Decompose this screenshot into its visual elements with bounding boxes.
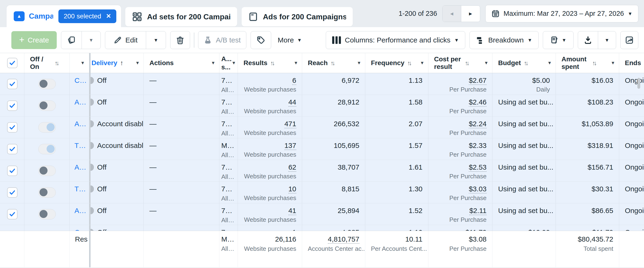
tag-button[interactable] [250, 31, 271, 49]
footer-ends-cell [619, 231, 644, 267]
chevron-down-icon: ▼ [135, 60, 140, 66]
cost-value[interactable]: $2.33 [469, 141, 486, 149]
frequency-value: 1.52 [409, 207, 422, 214]
prev-page-button[interactable]: ◂ [442, 6, 461, 22]
header-delivery[interactable]: Delivery ↑ ▼ [90, 53, 144, 73]
campaign-name-link[interactable]: A… [74, 207, 86, 214]
cost-value[interactable]: $2.46 [469, 98, 486, 107]
charts-button[interactable] [620, 31, 638, 49]
row-checkbox[interactable] [7, 209, 18, 219]
cost-value[interactable]: $2.24 [469, 120, 486, 128]
row-checkbox[interactable] [7, 187, 18, 198]
row-toggle-cell [24, 225, 70, 231]
header-off-on[interactable]: Off / On ↑↓ [24, 53, 70, 73]
cost-value[interactable]: $2.53 [469, 163, 486, 172]
row-toggle-cell [24, 95, 70, 116]
export-button[interactable] [578, 31, 598, 49]
delivery-cell: Off [90, 225, 144, 231]
campaign-name-link[interactable]: A… [74, 98, 86, 106]
campaign-name-link[interactable]: A… [74, 163, 86, 171]
results-value[interactable]: 1 [292, 228, 296, 231]
cost-value[interactable]: $2.67 [469, 76, 486, 85]
campaign-toggle[interactable] [38, 122, 56, 133]
clear-selection-icon[interactable]: ✕ [106, 12, 111, 20]
campaign-name-link[interactable]: A… [74, 120, 86, 128]
row-checkbox[interactable] [7, 79, 18, 89]
results-value[interactable]: 10 [288, 185, 296, 193]
table-row: A… Off — 7… All… 62 Website purchases 38… [0, 160, 644, 182]
cost-value[interactable]: $3.03 [469, 185, 486, 193]
create-button[interactable]: + Create [11, 31, 57, 49]
tab-ads[interactable]: Ads for 200 Campaigns [242, 7, 353, 26]
row-checkbox[interactable] [7, 144, 18, 154]
results-value[interactable]: 44 [288, 98, 296, 107]
results-value[interactable]: 6 [292, 76, 296, 85]
amount-spent-value: $16.03 [592, 76, 613, 84]
actions-cell: — [144, 160, 220, 181]
header-amount-spent[interactable]: Amount spent ↑↓ ▼ [556, 53, 619, 73]
calendar-icon [491, 9, 500, 18]
campaign-toggle[interactable] [38, 101, 56, 111]
tab-campaigns[interactable]: ▲ Campai 200 selected ✕ [6, 5, 121, 27]
delivery-cell: Off [90, 73, 144, 95]
header-campaign-name[interactable]: ▼ [70, 53, 90, 73]
campaign-toggle[interactable] [38, 187, 56, 198]
tab-adsets[interactable]: Ad sets for 200 Campaign [125, 7, 237, 26]
cost-type-label: Per Purchase [434, 173, 486, 180]
campaign-name-link[interactable]: T… [74, 185, 86, 193]
reports-button[interactable]: ▼ [543, 31, 574, 49]
date-range-picker[interactable]: Maximum: Mar 27, 2023 – Apr 27, 2026 ▼ [485, 5, 638, 22]
vertical-scrollbar-thumb[interactable] [638, 78, 640, 89]
columns-button[interactable]: Columns: Performance and clicks ▼ [326, 31, 465, 49]
ends-value: Ongoing [625, 163, 644, 171]
attribution-sub: All… [221, 86, 236, 94]
edit-options-button[interactable]: ▼ [146, 31, 166, 49]
campaign-toggle[interactable] [38, 144, 56, 154]
cost-value[interactable]: $2.11 [469, 207, 486, 215]
more-button[interactable]: More ▼ [273, 31, 307, 49]
results-value[interactable]: 41 [288, 207, 296, 215]
cost-value[interactable]: $11.79 [465, 228, 486, 231]
delete-button[interactable] [170, 31, 190, 49]
header-cost-per-result[interactable]: Cost per result ↑↓ ▼ [428, 53, 492, 73]
campaign-name-link[interactable]: T… [74, 141, 86, 149]
results-value[interactable]: 137 [284, 141, 296, 150]
toggle-knob [40, 188, 48, 196]
check-icon [9, 167, 16, 174]
tab-campaigns-label: Campai [29, 12, 53, 20]
header-results[interactable]: Results ↑↓ ▼ [238, 53, 302, 73]
clipped-hover-icon [90, 185, 94, 192]
results-value[interactable]: 62 [288, 163, 296, 172]
sort-icon: ↑↓ [54, 59, 58, 67]
export-options-button[interactable]: ▼ [598, 31, 616, 49]
header-frequency[interactable]: Frequency ↑↓ ▼ [365, 53, 428, 73]
edit-button[interactable]: Edit [105, 31, 146, 49]
campaign-toggle[interactable] [38, 79, 56, 89]
header-actions[interactable]: Actions ▼ [144, 53, 220, 73]
row-checkbox[interactable] [7, 101, 18, 111]
duplicate-button[interactable] [61, 31, 82, 49]
row-checkbox[interactable] [7, 166, 18, 176]
delivery-cell: Off [90, 95, 144, 116]
row-checkbox[interactable] [7, 122, 18, 133]
select-all-checkbox[interactable] [7, 58, 18, 68]
next-page-button[interactable]: ▸ [461, 6, 480, 22]
campaign-toggle[interactable] [38, 166, 56, 176]
amount-spent-value: $1,053.89 [582, 120, 613, 128]
amount-spent-value: $11.79 [592, 228, 613, 231]
ab-test-button[interactable]: A/B test [198, 31, 246, 49]
header-reach[interactable]: Reach ↑↓ ▼ [302, 53, 365, 73]
attribution-window: 7… [221, 163, 236, 171]
header-ends[interactable]: Ends ↑↓ [619, 53, 644, 73]
header-attribution[interactable]: A... s... ▼ [220, 53, 238, 73]
duplicate-options-button[interactable]: ▼ [82, 31, 100, 49]
campaign-name-link[interactable]: C… [74, 228, 87, 231]
frequency-cell: 1.30 [365, 182, 428, 203]
campaign-toggle[interactable] [38, 209, 56, 219]
results-value[interactable]: 471 [284, 120, 296, 128]
frequency-cell: 1.57 [365, 138, 428, 160]
header-budget[interactable]: Budget ↑↓ ▼ [492, 53, 556, 73]
campaign-name-link[interactable]: C… [74, 76, 87, 84]
attribution-window: 7… [221, 76, 236, 84]
breakdown-button[interactable]: Breakdown ▼ [470, 31, 538, 49]
